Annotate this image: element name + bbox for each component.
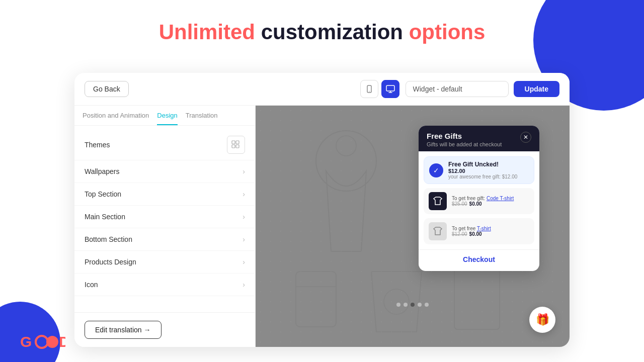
- svg-point-1: [369, 91, 369, 92]
- svg-rect-3: [232, 141, 235, 144]
- gift-thumb-1: [429, 192, 447, 210]
- bg-circle-bottom-left: [0, 302, 60, 362]
- svg-rect-4: [236, 141, 239, 144]
- dot-4: [418, 303, 422, 307]
- svg-rect-12: [454, 269, 500, 329]
- widget-header-text: Free Gifts Gifts will be added at checko…: [427, 132, 502, 147]
- tab-design[interactable]: Design: [157, 112, 177, 125]
- title-options: options: [409, 20, 486, 44]
- theme-grid-icon: [231, 140, 240, 149]
- desktop-icon: [386, 85, 395, 93]
- sidebar-item-bottom-section[interactable]: Bottom Section ›: [74, 228, 255, 251]
- content-area: Position and Animation Design Translatio…: [74, 106, 570, 347]
- dot-1: [396, 303, 400, 307]
- sidebar-tabs: Position and Animation Design Translatio…: [74, 106, 255, 126]
- toolbar: Go Back Update: [74, 73, 570, 106]
- main-card: Go Back Update Pos: [74, 73, 570, 347]
- sidebar: Position and Animation Design Translatio…: [74, 106, 256, 347]
- mobile-device-button[interactable]: [360, 80, 378, 98]
- gift-name-unlocked: Free Gift Uncked!: [448, 161, 529, 168]
- gift-info-locked-1: To get free gift: Code T-shirt $25.00 $0…: [452, 196, 529, 207]
- pagination-dots: [396, 303, 429, 307]
- checkout-link[interactable]: Checkout: [463, 255, 495, 263]
- mobile-icon: [365, 85, 373, 93]
- sidebar-item-themes[interactable]: Themes: [74, 130, 255, 160]
- dot-3: [411, 303, 415, 307]
- price-old-1: $25.00: [452, 201, 467, 207]
- chevron-right-icon: ›: [243, 258, 245, 266]
- chevron-right-icon: ›: [243, 190, 245, 198]
- sidebar-item-icon[interactable]: Icon ›: [74, 274, 255, 296]
- gift-info-unlocked: Free Gift Uncked! $12.00 your awesome fr…: [448, 161, 529, 179]
- svg-point-11: [384, 289, 409, 314]
- price-new-2: $0.00: [469, 231, 482, 237]
- product-sketch-left: [296, 121, 396, 272]
- widget-select-input[interactable]: [406, 81, 509, 97]
- product-sketch-bottom-left: [286, 261, 346, 337]
- gift-price-unlocked: $12.00: [448, 168, 529, 174]
- chevron-right-icon: ›: [243, 281, 245, 289]
- widget-footer: Checkout: [419, 249, 539, 271]
- sidebar-item-main-section[interactable]: Main Section ›: [74, 206, 255, 228]
- gift-item-unlocked: ✓ Free Gift Uncked! $12.00 your awesome …: [424, 156, 534, 184]
- chevron-right-icon: ›: [243, 235, 245, 243]
- gift-info-locked-2: To get free T-shirt $12.00 $0.00: [452, 226, 529, 237]
- go-back-button[interactable]: Go Back: [85, 81, 129, 97]
- svg-rect-6: [236, 145, 239, 148]
- desktop-device-button[interactable]: [381, 80, 399, 98]
- widget-close-button[interactable]: ✕: [520, 132, 531, 143]
- gift-prices-2: $12.00 $0.00: [452, 231, 529, 237]
- dot-2: [404, 303, 408, 307]
- tshirt-icon-2: [432, 226, 443, 237]
- gift-thumb-2: [429, 222, 447, 240]
- sidebar-item-products-design[interactable]: Products Design ›: [74, 251, 255, 274]
- sidebar-items-list: Themes Wallpapers › Top S: [74, 126, 255, 312]
- svg-text:G: G: [20, 333, 32, 350]
- title-customization: customization: [255, 20, 409, 44]
- svg-rect-9: [296, 272, 336, 327]
- toolbar-right: Update: [406, 81, 559, 97]
- logo: G D: [20, 333, 65, 351]
- svg-rect-5: [232, 145, 235, 148]
- chevron-right-icon: ›: [243, 213, 245, 221]
- svg-text:D: D: [59, 333, 65, 350]
- svg-point-7: [316, 131, 376, 191]
- page-title: Unlimited customization options: [159, 20, 486, 44]
- gift-item-locked-1: To get free gift: Code T-shirt $25.00 $0…: [424, 188, 534, 214]
- price-new-1: $0.00: [469, 201, 482, 207]
- gift-to-get-1: To get free gift: Code T-shirt: [452, 196, 529, 201]
- gift-link-2[interactable]: T-shirt: [477, 226, 491, 231]
- sidebar-item-top-section[interactable]: Top Section ›: [74, 183, 255, 206]
- svg-rect-2: [386, 85, 394, 91]
- floating-widget-button[interactable]: 🎁: [529, 307, 555, 333]
- tab-position-animation[interactable]: Position and Animation: [83, 112, 149, 125]
- product-sketch-bottom-mid: [366, 261, 427, 337]
- chevron-right-icon: ›: [243, 167, 245, 175]
- gift-check-icon: ✓: [429, 163, 443, 177]
- tab-translation[interactable]: Translation: [186, 112, 218, 125]
- device-buttons: [360, 80, 399, 98]
- widget-body: ✓ Free Gift Uncked! $12.00 your awesome …: [419, 151, 539, 249]
- gift-to-get-2: To get free T-shirt: [452, 226, 529, 231]
- gift-link-1[interactable]: Code T-shirt: [487, 196, 514, 201]
- widget-popup: Free Gifts Gifts will be added at checko…: [419, 126, 539, 271]
- gift-item-locked-2: To get free T-shirt $12.00 $0.00: [424, 218, 534, 244]
- widget-subtitle: Gifts will be added at checkout: [427, 141, 502, 147]
- sidebar-bottom: Edit translation →: [74, 312, 255, 347]
- widget-header: Free Gifts Gifts will be added at checko…: [419, 126, 539, 151]
- svg-point-15: [46, 336, 58, 348]
- svg-point-8: [336, 136, 356, 156]
- price-old-2: $12.00: [452, 231, 467, 237]
- dot-5: [425, 303, 429, 307]
- sidebar-item-wallpapers[interactable]: Wallpapers ›: [74, 160, 255, 183]
- logo-svg: G D: [20, 333, 65, 351]
- preview-area: Free Gifts Gifts will be added at checko…: [256, 106, 570, 347]
- product-sketch-bottom-right: [447, 261, 507, 337]
- update-button[interactable]: Update: [514, 81, 559, 97]
- title-unlimited: Unlimited: [159, 20, 255, 44]
- tshirt-icon-1: [432, 196, 443, 207]
- themes-icon: [227, 136, 245, 154]
- gift-prices-1: $25.00 $0.00: [452, 201, 529, 207]
- gift-sub-unlocked: your awesome free gift: $12.00: [448, 174, 529, 179]
- edit-translation-button[interactable]: Edit translation →: [85, 321, 162, 339]
